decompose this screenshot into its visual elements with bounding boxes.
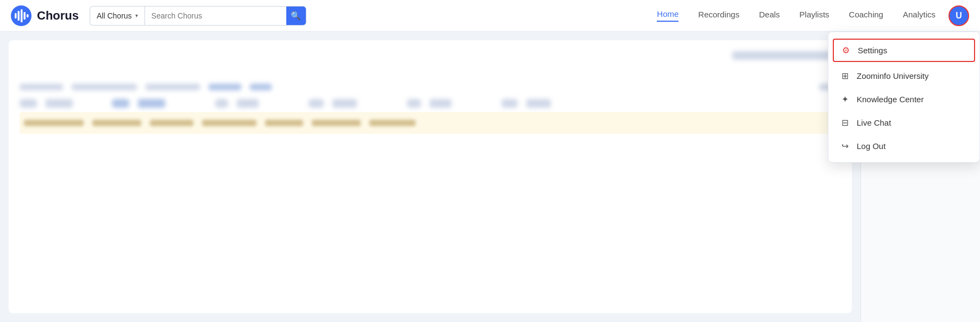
dropdown-item-settings[interactable]: ⚙ Settings	[833, 39, 975, 62]
blur-block	[332, 99, 357, 108]
blur-block	[138, 99, 165, 108]
dropdown-item-live-chat[interactable]: ⊟ Live Chat	[828, 111, 979, 134]
logo-text: Chorus	[37, 9, 79, 23]
logo-area: Chorus	[11, 5, 79, 26]
blur-block-top	[732, 51, 841, 60]
blur-block	[72, 84, 137, 90]
blur-block	[20, 84, 63, 90]
blur-block-highlight	[24, 120, 84, 126]
svg-rect-2	[18, 11, 20, 21]
chorus-logo-icon	[11, 5, 32, 26]
dropdown-item-zoominfo-university[interactable]: ⊞ Zoominfo University	[828, 64, 979, 88]
dropdown-log-out-label: Log Out	[857, 141, 885, 151]
blur-block	[237, 99, 259, 108]
blur-block-highlight	[369, 120, 416, 126]
blur-block	[250, 84, 272, 90]
dropdown-item-log-out[interactable]: ↪ Log Out	[828, 134, 979, 158]
blur-block	[46, 99, 73, 108]
svg-rect-3	[21, 9, 23, 22]
blur-block	[501, 99, 518, 108]
search-button[interactable]: 🔍	[286, 6, 306, 26]
nav-item-recordings[interactable]: Recordings	[698, 10, 739, 21]
content-card	[9, 40, 852, 313]
nav-item-playlists[interactable]: Playlists	[800, 10, 830, 21]
nav-item-coaching[interactable]: Coaching	[849, 10, 883, 21]
live-chat-icon: ⊟	[839, 117, 850, 128]
nav-item-analytics[interactable]: Analytics	[903, 10, 935, 21]
blur-block-highlight	[312, 120, 361, 126]
chevron-down-icon: ▾	[135, 13, 138, 18]
dropdown-university-label: Zoominfo University	[857, 71, 929, 81]
university-icon: ⊞	[839, 71, 850, 81]
blur-row-1	[20, 84, 841, 90]
svg-rect-5	[27, 14, 29, 17]
svg-rect-1	[15, 13, 17, 18]
blur-block	[20, 99, 37, 108]
blur-block	[215, 99, 228, 108]
dropdown-knowledge-label: Knowledge Center	[857, 95, 924, 104]
top-right-blurred-area	[732, 51, 841, 60]
dropdown-live-chat-label: Live Chat	[857, 118, 891, 127]
blur-row-2	[20, 99, 841, 108]
blur-block	[430, 99, 451, 108]
highlight-row	[20, 112, 841, 134]
dropdown-settings-label: Settings	[858, 46, 887, 55]
filter-label: All Chorus	[97, 11, 132, 20]
user-dropdown-menu: ⚙ Settings ⊞ Zoominfo University ✦ Knowl…	[828, 32, 980, 163]
blur-block	[526, 99, 551, 108]
blur-block	[407, 99, 421, 108]
blur-block	[146, 84, 200, 90]
search-area: All Chorus ▾ 🔍	[90, 6, 306, 26]
blur-block-highlight	[202, 120, 256, 126]
blur-block	[209, 84, 241, 90]
nav-item-home[interactable]: Home	[657, 9, 679, 22]
app-header: Chorus All Chorus ▾ 🔍 Home Recordings De…	[0, 0, 980, 32]
blur-block-highlight	[92, 120, 141, 126]
search-input[interactable]	[145, 8, 286, 23]
page-body	[0, 32, 860, 322]
blur-block-highlight	[265, 120, 303, 126]
settings-icon: ⚙	[840, 45, 851, 55]
svg-rect-4	[24, 12, 26, 20]
blurred-content-area	[20, 84, 841, 134]
knowledge-center-icon: ✦	[839, 94, 850, 104]
search-input-wrap: 🔍	[145, 6, 306, 26]
blur-block	[112, 99, 129, 108]
log-out-icon: ↪	[839, 141, 850, 151]
user-avatar-button[interactable]: U	[948, 5, 969, 26]
search-icon: 🔍	[291, 11, 301, 21]
blur-block	[309, 99, 324, 108]
blur-block-highlight	[150, 120, 193, 126]
avatar-initial: U	[956, 11, 962, 21]
nav-item-deals[interactable]: Deals	[759, 10, 780, 21]
filter-dropdown[interactable]: All Chorus ▾	[90, 6, 145, 26]
main-nav: Home Recordings Deals Playlists Coaching…	[657, 9, 935, 22]
dropdown-item-knowledge-center[interactable]: ✦ Knowledge Center	[828, 88, 979, 111]
